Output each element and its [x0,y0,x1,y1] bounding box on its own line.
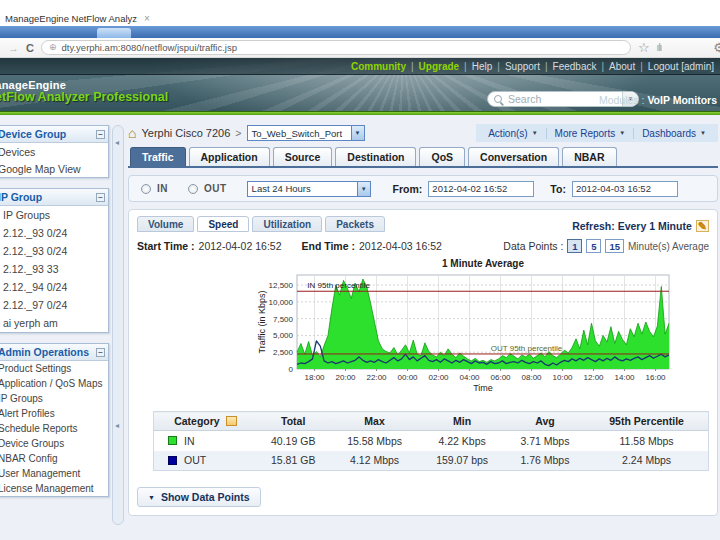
header-link-about[interactable]: About [609,61,635,72]
sidebar-item-2-12-93-0-24[interactable]: 2.12._93 0/24 [0,224,108,242]
modules-value[interactable]: VoIP Monitors [647,94,717,106]
svg-text:04:00: 04:00 [460,373,481,382]
end-time-label: End Time : [301,240,354,252]
export-icon[interactable] [226,416,237,426]
svg-text:OUT 95th percentile: OUT 95th percentile [491,344,563,353]
tab-nbar[interactable]: NBAR [562,147,616,166]
edit-icon[interactable]: ✎ [696,220,709,232]
svg-text:7,500: 7,500 [273,315,294,324]
subtab-utilization[interactable]: Utilization [252,216,322,232]
new-tab-button[interactable] [97,28,131,38]
sidebar-box-title: Device Group [0,128,66,140]
modules-switcher[interactable]: Modules : VoIP Monitors [599,94,717,106]
reload-icon[interactable]: C [26,42,34,54]
bookmark-star-icon[interactable]: ☆ [638,40,650,55]
data-points-5-button[interactable]: 5 [586,239,601,253]
action-label: Action(s) [488,128,527,139]
from-date-field[interactable] [428,181,534,197]
cell-avg-out: 1.76 Mbps [505,451,585,471]
to-date-field[interactable] [572,181,678,197]
sidebar-item-user-management[interactable]: User Management [0,466,108,481]
settings-wrench-icon[interactable]: ⚙ [713,40,720,55]
filter-bar: IN OUT Last 24 Hours ▼ From: To: [128,175,718,202]
extension-icon[interactable]: ılı [657,42,662,53]
sidebar-item-ip-groups[interactable]: IP Groups [0,391,108,406]
svg-text:Traffic (in Kbps): Traffic (in Kbps) [257,290,267,353]
subtab-speed[interactable]: Speed [197,216,249,232]
refresh-label: Refresh: Every 1 Minute [572,220,692,232]
out-radio[interactable] [188,184,198,194]
sidebar-item-2-12-94-0-24[interactable]: 2.12._94 0/24 [0,278,108,296]
data-points-1-button[interactable]: 1 [567,239,582,253]
tab-traffic[interactable]: Traffic [130,147,186,166]
browser-tab-strip: ManageEngine NetFlow Analyz × [0,0,720,26]
sidebar-item-ai-yerph-am[interactable]: ai yerph am [0,314,108,332]
sidebar: Device Group−DevicesGoogle Map ViewIP Gr… [0,115,111,540]
header-link-feedback[interactable]: Feedback [553,61,597,72]
svg-text:08:00: 08:00 [522,373,543,382]
data-points-group: Data Points : 1515 Minute(s) Average [503,239,709,253]
tab-application[interactable]: Application [189,147,270,166]
header-link-community[interactable]: Community [351,61,406,72]
header-link-logout-admin[interactable]: Logout [admin] [648,61,714,72]
subtab-packets[interactable]: Packets [325,216,385,232]
svg-text:5,000: 5,000 [273,331,294,340]
close-icon[interactable]: × [144,13,150,24]
page-body: Device Group−DevicesGoogle Map ViewIP Gr… [0,115,720,540]
tab-destination[interactable]: Destination [335,147,416,166]
header-link-upgrade[interactable]: Upgrade [419,61,460,72]
header-link-support[interactable]: Support [505,61,540,72]
data-points-label: Data Points : [503,240,563,252]
svg-text:10,000: 10,000 [269,298,294,307]
tab-source[interactable]: Source [273,147,333,166]
sidebar-item-devices[interactable]: Devices [0,143,108,160]
sidebar-box-title: IP Group [0,191,42,203]
sidebar-item-nbar-config[interactable]: NBAR Config [0,451,108,466]
action-dashboards[interactable]: Dashboards▼ [634,128,714,139]
tab-qos[interactable]: QoS [419,147,465,166]
sidebar-item-alert-profiles[interactable]: Alert Profiles [0,406,108,421]
sidebar-item-2-12-93-33[interactable]: 2.12._93 33 [0,260,108,278]
table-row-in: IN40.19 GB15.58 Mbps4.22 Kbps3.71 Mbps11… [154,431,709,451]
tab-conversation[interactable]: Conversation [468,147,559,166]
interface-select[interactable]: To_Web_Switch_Port ▼ [247,125,365,141]
sidebar-item-product-settings[interactable]: Product Settings [0,361,108,376]
url-text[interactable]: dty.yerphi.am:8080/netflow/jspui/traffic… [62,42,238,53]
action-action-s[interactable]: Action(s)▼ [480,128,546,139]
collapse-minus-icon[interactable]: − [96,130,105,139]
sidebar-item-google-map-view[interactable]: Google Map View [0,160,108,177]
collapse-left-icon[interactable]: ◂ [115,421,119,430]
sidebar-item-ip-groups[interactable]: IP Groups [0,206,108,224]
sidebar-item-2-12-93-0-24[interactable]: 2.12._93 0/24 [0,242,108,260]
svg-text:20:00: 20:00 [336,373,357,382]
action-label: Dashboards [642,128,696,139]
breadcrumb-device[interactable]: Yerphi Cisco 7206 [141,127,230,139]
caret-down-icon: ▼ [700,130,706,136]
col-header-label: 95th Percentile [609,415,684,427]
sidebar-item-license-management[interactable]: License Management [0,481,108,496]
collapse-minus-icon[interactable]: − [96,348,105,357]
svg-text:Time: Time [473,383,493,393]
browser-tab[interactable]: ManageEngine NetFlow Analyz × [5,13,150,24]
header-link-help[interactable]: Help [472,61,493,72]
forward-icon[interactable]: → [8,42,19,54]
collapse-minus-icon[interactable]: − [96,193,105,202]
sidebar-item-application-qos-maps[interactable]: Application / QoS Maps [0,376,108,391]
url-bar[interactable]: ⊕ dty.yerphi.am:8080/netflow/jspui/traff… [41,40,631,55]
sidebar-item-device-groups[interactable]: Device Groups [0,436,108,451]
sidebar-item-schedule-reports[interactable]: Schedule Reports [0,421,108,436]
show-data-points-button[interactable]: ▼ Show Data Points [137,487,261,507]
caret-down-icon: ▼ [148,494,155,501]
svg-text:18:00: 18:00 [305,373,326,382]
action-more-reports[interactable]: More Reports▼ [547,128,635,139]
in-radio[interactable] [141,184,151,194]
sidebar-item-2-12-97-0-24[interactable]: 2.12._97 0/24 [0,296,108,314]
sidebar-splitter[interactable]: ◂ ◂ [112,125,124,525]
data-points-15-button[interactable]: 15 [605,239,624,253]
collapse-left-icon[interactable]: ◂ [115,138,119,147]
data-points-buttons: 1515 [567,239,624,253]
subtab-volume[interactable]: Volume [137,216,194,232]
home-icon[interactable]: ⌂ [128,126,136,140]
time-range-select[interactable]: Last 24 Hours ▼ [247,181,371,197]
link-separator: | [640,61,643,72]
